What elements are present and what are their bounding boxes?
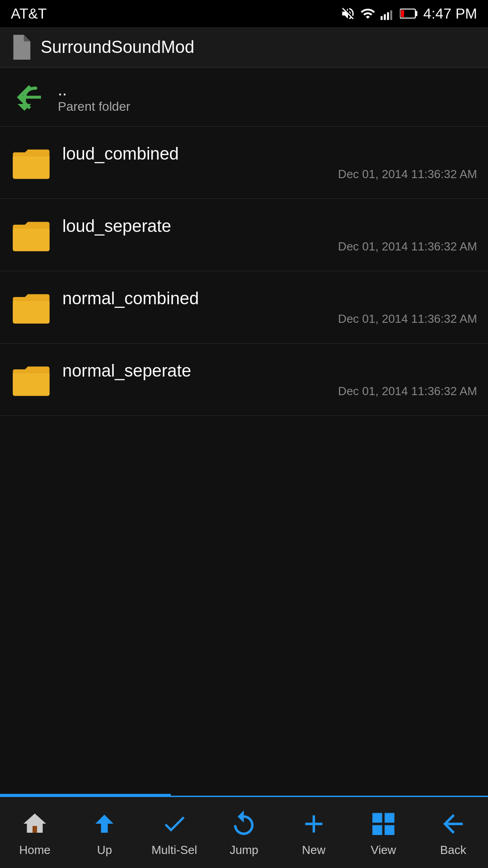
back-arrow-icon (11, 79, 47, 115)
folder-date-2: Dec 01, 2014 11:36:32 AM (62, 312, 477, 326)
time-label: 4:47 PM (423, 5, 477, 22)
folder-row-3[interactable]: normal_seperate Dec 01, 2014 11:36:32 AM (0, 344, 488, 416)
nav-label-jump: Jump (230, 843, 258, 857)
toolbar-file-icon (9, 34, 32, 61)
nav-label-view: View (371, 843, 396, 857)
svg-marker-7 (18, 104, 31, 111)
nav-label-back: Back (440, 843, 466, 857)
folder-row-1[interactable]: loud_seperate Dec 01, 2014 11:36:32 AM (0, 199, 488, 271)
folder-name-1: loud_seperate (62, 217, 477, 236)
folder-icon-1 (11, 217, 52, 253)
view-icon (368, 808, 399, 840)
signal-icon (380, 6, 395, 21)
file-list: .. Parent folder loud_combined Dec 01, 2… (0, 68, 488, 416)
multi-sel-icon (159, 808, 190, 840)
battery-icon (400, 6, 418, 21)
folder-row-2[interactable]: normal_combined Dec 01, 2014 11:36:32 AM (0, 271, 488, 344)
svg-rect-5 (415, 11, 417, 16)
nav-label-home: Home (19, 843, 50, 857)
folder-row-0[interactable]: loud_combined Dec 01, 2014 11:36:32 AM (0, 127, 488, 199)
bottom-nav: Home Up Multi-Sel Jump N (0, 796, 488, 868)
toolbar: SurroundSoundMod (0, 27, 488, 68)
nav-item-view[interactable]: View (348, 797, 418, 868)
home-icon (19, 808, 51, 840)
nav-label-up: Up (97, 843, 112, 857)
nav-item-up[interactable]: Up (70, 797, 139, 868)
folder-details-0: loud_combined Dec 01, 2014 11:36:32 AM (62, 144, 477, 181)
folder-name-2: normal_combined (62, 289, 477, 308)
svg-rect-6 (401, 10, 404, 17)
folder-icon-3 (11, 362, 52, 398)
folder-details-1: loud_seperate Dec 01, 2014 11:36:32 AM (62, 217, 477, 254)
folder-date-0: Dec 01, 2014 11:36:32 AM (62, 167, 477, 181)
parent-folder-row[interactable]: .. Parent folder (0, 68, 488, 127)
nav-label-multi-sel: Multi-Sel (151, 843, 197, 857)
folder-date-1: Dec 01, 2014 11:36:32 AM (62, 240, 477, 254)
wifi-icon (360, 6, 375, 21)
svg-rect-8 (33, 826, 37, 833)
nav-item-jump[interactable]: Jump (209, 797, 279, 868)
parent-folder-text: .. Parent folder (58, 80, 130, 114)
nav-item-multi-sel[interactable]: Multi-Sel (140, 797, 209, 868)
svg-rect-2 (387, 12, 389, 20)
folder-list: loud_combined Dec 01, 2014 11:36:32 AM l… (0, 127, 488, 416)
folder-date-3: Dec 01, 2014 11:36:32 AM (62, 384, 477, 398)
folder-name-3: normal_seperate (62, 361, 477, 381)
nav-item-new[interactable]: New (279, 797, 348, 868)
status-right: 4:47 PM (340, 5, 477, 22)
folder-icon-2 (11, 289, 52, 326)
parent-label: Parent folder (58, 99, 130, 114)
folder-name-0: loud_combined (62, 144, 477, 164)
nav-item-home[interactable]: Home (0, 797, 70, 868)
nav-label-new: New (302, 843, 325, 857)
jump-icon (228, 808, 260, 840)
up-icon (89, 808, 120, 840)
new-icon (298, 808, 329, 840)
mute-icon (340, 6, 356, 21)
svg-rect-1 (384, 14, 385, 20)
folder-details-2: normal_combined Dec 01, 2014 11:36:32 AM (62, 289, 477, 326)
svg-rect-3 (390, 10, 392, 20)
folder-icon-0 (11, 145, 52, 181)
carrier-label: AT&T (11, 5, 47, 22)
status-icons (340, 6, 418, 21)
status-bar: AT&T 4:47 (0, 0, 488, 27)
back-nav-icon (437, 808, 469, 840)
parent-dots: .. (58, 80, 130, 99)
svg-rect-0 (380, 16, 382, 20)
folder-details-3: normal_seperate Dec 01, 2014 11:36:32 AM (62, 361, 477, 398)
toolbar-title: SurroundSoundMod (41, 38, 194, 57)
nav-item-back[interactable]: Back (418, 797, 488, 868)
